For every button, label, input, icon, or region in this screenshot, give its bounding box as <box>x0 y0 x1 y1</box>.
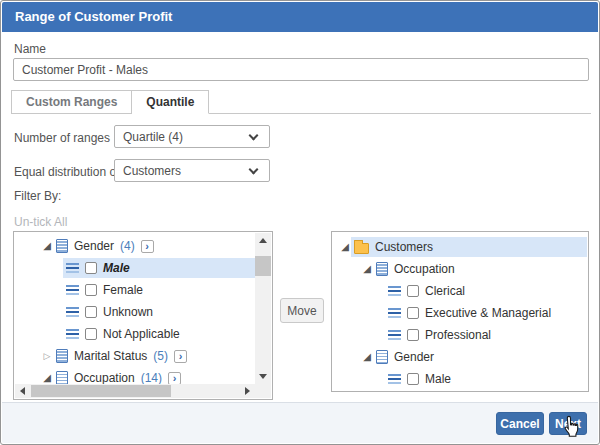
tree-row-gender-target[interactable]: ◢ Gender <box>333 346 587 368</box>
tree-row-female[interactable]: Female <box>15 279 255 301</box>
vertical-scroll-thumb[interactable] <box>255 256 271 276</box>
folder-icon <box>354 243 369 254</box>
tree-row-gender[interactable]: ◢ Gender (4) › <box>15 235 255 257</box>
dialog-title: Range of Customer Profit <box>15 9 172 24</box>
male-target-checkbox[interactable] <box>407 373 419 385</box>
tree-label: Not Applicable <box>103 327 180 341</box>
tab-custom-ranges[interactable]: Custom Ranges <box>11 90 132 114</box>
attribute-icon <box>56 371 68 384</box>
arrow-up-icon <box>259 238 267 243</box>
attribute-icon <box>376 262 388 276</box>
tree-label: Gender <box>74 239 114 253</box>
arrow-down-icon <box>259 374 267 379</box>
tree-label: Occupation <box>74 371 135 384</box>
number-of-ranges-value: Quartile (4) <box>123 130 183 144</box>
member-count: (14) <box>141 371 162 384</box>
horizontal-scroll-thumb[interactable] <box>31 385 171 397</box>
show-more-icon[interactable]: › <box>174 350 187 363</box>
tree-label: Female <box>103 283 143 297</box>
scrollbar-corner <box>255 384 271 398</box>
tab-quantile[interactable]: Quantile <box>132 90 209 114</box>
tab-bar: Custom Ranges Quantile <box>11 90 591 114</box>
untick-all-link[interactable]: Un-tick All <box>14 215 67 229</box>
arrow-right-icon <box>245 387 250 395</box>
executive-managerial-checkbox[interactable] <box>407 307 419 319</box>
professional-checkbox[interactable] <box>407 329 419 341</box>
show-more-icon[interactable]: › <box>141 240 154 253</box>
dialog-titlebar: Range of Customer Profit <box>2 2 598 32</box>
male-checkbox[interactable] <box>85 262 97 274</box>
collapse-icon[interactable]: ◢ <box>41 373 53 383</box>
expand-icon[interactable]: ▷ <box>41 351 53 361</box>
tree-label: Marital Status <box>74 349 147 363</box>
tree-label: Professional <box>425 328 491 342</box>
tree-row-executive-managerial[interactable]: Executive & Managerial <box>333 302 587 324</box>
next-button[interactable]: Next <box>549 412 587 435</box>
filter-by-label: Filter By: <box>14 189 61 203</box>
member-icon <box>66 307 79 317</box>
member-icon <box>388 308 401 318</box>
show-more-icon[interactable]: › <box>168 372 181 385</box>
horizontal-scrollbar[interactable] <box>15 384 255 398</box>
member-icon <box>388 330 401 340</box>
member-icon <box>66 285 79 295</box>
tree-row-male[interactable]: Male <box>15 257 255 279</box>
scroll-up-button[interactable] <box>255 233 271 248</box>
tree-label: Male <box>425 372 451 386</box>
member-count: (5) <box>153 349 168 363</box>
tree-label: Customers <box>375 240 433 254</box>
attribute-icon <box>56 349 68 363</box>
tree-label: Executive & Managerial <box>425 306 551 320</box>
member-icon <box>66 263 79 273</box>
attribute-icon <box>56 239 68 253</box>
collapse-icon[interactable]: ◢ <box>361 352 373 362</box>
tree-row-clerical[interactable]: Clerical <box>333 280 587 302</box>
collapse-icon[interactable]: ◢ <box>339 242 351 252</box>
chevron-down-icon <box>249 165 259 175</box>
collapse-icon[interactable]: ◢ <box>41 241 53 251</box>
filter-source-panel: ◢ Gender (4) › Male <box>13 231 273 400</box>
tree-label: Male <box>103 261 130 275</box>
tree-row-not-applicable[interactable]: Not Applicable <box>15 323 255 345</box>
tree-label: Occupation <box>394 262 455 276</box>
member-icon <box>66 329 79 339</box>
tree-label: Gender <box>394 350 434 364</box>
tree-row-unknown[interactable]: Unknown <box>15 301 255 323</box>
not-applicable-checkbox[interactable] <box>85 328 97 340</box>
number-of-ranges-select[interactable]: Quartile (4) <box>114 125 270 148</box>
tree-row-professional[interactable]: Professional <box>333 324 587 346</box>
dialog-footer: Cancel Next <box>2 402 598 443</box>
scroll-down-button[interactable] <box>255 369 271 384</box>
name-input[interactable] <box>13 58 589 81</box>
equal-distribution-select[interactable]: Customers <box>114 159 270 182</box>
clerical-checkbox[interactable] <box>407 285 419 297</box>
tree-row-occupation[interactable]: ◢ Occupation (14) › <box>15 367 255 384</box>
arrow-left-icon <box>20 387 25 395</box>
collapse-icon[interactable]: ◢ <box>361 264 373 274</box>
move-button[interactable]: Move <box>280 298 324 323</box>
cancel-button[interactable]: Cancel <box>496 412 544 435</box>
filter-source-tree: ◢ Gender (4) › Male <box>15 233 255 384</box>
tree-row-male-target[interactable]: Male <box>333 368 587 390</box>
unknown-checkbox[interactable] <box>85 306 97 318</box>
member-icon <box>388 374 401 384</box>
member-count: (4) <box>120 239 135 253</box>
filter-target-panel: ◢ Customers ◢ Occupation Clerical <box>331 231 589 392</box>
vertical-scrollbar[interactable] <box>255 233 271 384</box>
range-dialog: Range of Customer Profit Name Custom Ran… <box>0 0 600 445</box>
member-icon <box>388 286 401 296</box>
filter-target-tree: ◢ Customers ◢ Occupation Clerical <box>333 233 587 390</box>
number-of-ranges-label: Number of ranges <box>14 131 110 145</box>
equal-distribution-value: Customers <box>123 164 181 178</box>
female-checkbox[interactable] <box>85 284 97 296</box>
name-label: Name <box>14 42 46 56</box>
scroll-right-button[interactable] <box>240 384 255 398</box>
tree-row-customers[interactable]: ◢ Customers <box>333 236 587 258</box>
tree-label: Clerical <box>425 284 465 298</box>
equal-distribution-label: Equal distribution of <box>14 165 119 179</box>
tree-row-marital-status[interactable]: ▷ Marital Status (5) › <box>15 345 255 367</box>
tree-row-occupation-target[interactable]: ◢ Occupation <box>333 258 587 280</box>
scroll-left-button[interactable] <box>15 384 30 398</box>
attribute-icon <box>376 350 388 364</box>
tree-label: Unknown <box>103 305 153 319</box>
